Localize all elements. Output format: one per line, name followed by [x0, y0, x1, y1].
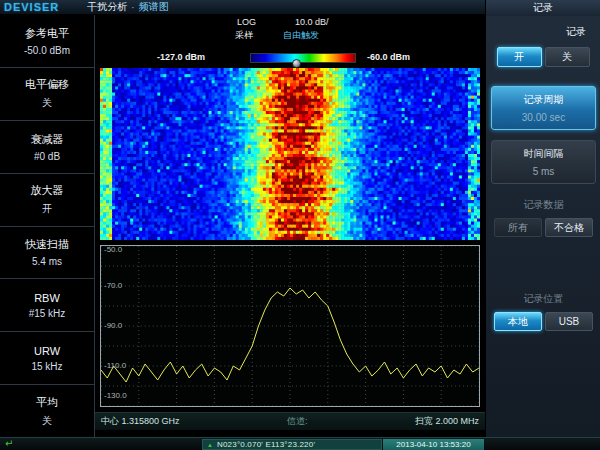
title-separator-icon: · [131, 2, 134, 13]
span-value: 扫宽 2.000 MHz [415, 415, 479, 428]
left-menu: 参考电平 -50.0 dBm 电平偏移 关 衰减器 #0 dB 放大器 开 快速… [0, 15, 95, 437]
record-location-group: 记录位置 本地 USB [491, 292, 596, 331]
record-on-off-toggle: 开 关 [486, 47, 600, 67]
colorbar-max-value: -60.0 dBm [367, 52, 410, 62]
title-mode: 干扰分析 [87, 0, 127, 14]
menu-item-rbw[interactable]: RBW #15 kHz [0, 279, 94, 332]
menu-item-ref-level[interactable]: 参考电平 -50.0 dBm [0, 15, 94, 68]
y-axis-tick-label: -50.0 [104, 245, 122, 254]
record-panel: 记录 记录 开 关 记录周期 30.00 sec 时间间隔 5 ms 记录数据 … [485, 0, 600, 437]
menu-value: 开 [42, 202, 52, 216]
menu-label: URW [34, 345, 60, 357]
menu-label: 参考电平 [25, 26, 69, 41]
datetime-display: 2013-04-10 13:53:20 [383, 439, 484, 450]
record-data-all-button[interactable]: 所有 [494, 218, 542, 237]
deviser-logo: DEVISER [4, 1, 59, 13]
main-display: LOG 10.0 dB/ 采样 自由触发 -127.0 dBm -60.0 dB… [95, 15, 485, 437]
spectrum-plot: -50.0-70.0-90.0-110.0-130.0 [100, 245, 480, 407]
record-location-local-button[interactable]: 本地 [494, 312, 542, 331]
record-period-value: 30.00 sec [492, 107, 595, 123]
detector-mode: 采样 [235, 29, 253, 42]
menu-label: 电平偏移 [25, 77, 69, 92]
record-on-button[interactable]: 开 [497, 47, 542, 67]
colorbar-slider-handle[interactable] [292, 59, 301, 68]
colorbar-min-value: -127.0 dBm [157, 52, 205, 62]
record-location-usb-button[interactable]: USB [545, 312, 593, 331]
menu-label: 快速扫描 [25, 237, 69, 252]
y-axis-tick-label: -130.0 [104, 391, 127, 400]
menu-value: 15 kHz [31, 361, 62, 372]
record-data-fail-button[interactable]: 不合格 [545, 218, 593, 237]
channel-label: 信道: [287, 415, 308, 428]
menu-value: 关 [42, 414, 52, 428]
gps-chip: ▲ N023°0.070' E113°23.220' [202, 439, 382, 450]
menu-value: #0 dB [34, 151, 60, 162]
menu-label: 放大器 [31, 183, 64, 198]
menu-value: -50.0 dBm [24, 45, 70, 56]
menu-item-level-offset[interactable]: 电平偏移 关 [0, 68, 94, 121]
time-interval-button[interactable]: 时间间隔 5 ms [491, 140, 596, 184]
colorbar-gradient[interactable] [250, 53, 356, 63]
gps-coordinates: N023°0.070' E113°23.220' [217, 440, 315, 449]
y-axis-tick-label: -90.0 [104, 321, 122, 330]
menu-item-attenuator[interactable]: 衰减器 #0 dB [0, 121, 94, 174]
gps-satellite-icon: ▲ [207, 442, 213, 448]
record-off-button[interactable]: 关 [545, 47, 590, 67]
record-data-group: 记录数据 所有 不合格 [491, 198, 596, 237]
menu-label: RBW [34, 292, 60, 304]
record-label: 记录 [486, 24, 600, 40]
time-interval-label: 时间间隔 [492, 141, 595, 161]
y-axis-tick-label: -70.0 [104, 281, 122, 290]
menu-item-fast-sweep[interactable]: 快速扫描 5.4 ms [0, 227, 94, 280]
status-bar: ↵ ▲ N023°0.070' E113°23.220' 2013-04-10 … [0, 437, 600, 450]
menu-item-amplifier[interactable]: 放大器 开 [0, 174, 94, 227]
time-interval-value: 5 ms [492, 161, 595, 177]
spectrum-svg [101, 246, 479, 406]
record-data-label: 记录数据 [491, 198, 596, 212]
menu-value: 5.4 ms [32, 256, 62, 267]
center-frequency: 中心 1.315800 GHz [101, 415, 180, 428]
menu-value: #15 kHz [29, 308, 66, 319]
analyzer-screen: DEVISER 干扰分析 · 频谱图 参考电平 -50.0 dBm 电平偏移 关… [0, 0, 600, 450]
page-title: 干扰分析 · 频谱图 [87, 0, 168, 14]
log-scale-value: 10.0 dB/ [295, 17, 329, 27]
frequency-footer: 中心 1.315800 GHz 信道: 扫宽 2.000 MHz [95, 412, 485, 430]
record-location-label: 记录位置 [491, 292, 596, 306]
title-bar: DEVISER 干扰分析 · 频谱图 [0, 0, 485, 15]
y-axis-tick-label: -110.0 [104, 361, 126, 370]
return-arrow-icon[interactable]: ↵ [5, 438, 13, 450]
menu-item-average[interactable]: 平均 关 [0, 385, 94, 437]
menu-label: 平均 [36, 395, 58, 410]
record-period-button[interactable]: 记录周期 30.00 sec [491, 86, 596, 130]
log-scale-label: LOG [237, 17, 256, 27]
menu-value: 关 [42, 96, 52, 110]
menu-label: 衰减器 [31, 132, 64, 147]
menu-item-urw[interactable]: URW 15 kHz [0, 332, 94, 385]
record-period-label: 记录周期 [492, 87, 595, 107]
record-panel-header: 记录 [486, 0, 600, 16]
trigger-mode: 自由触发 [283, 29, 319, 42]
title-view: 频谱图 [139, 0, 169, 14]
spectrogram-canvas [100, 68, 480, 240]
